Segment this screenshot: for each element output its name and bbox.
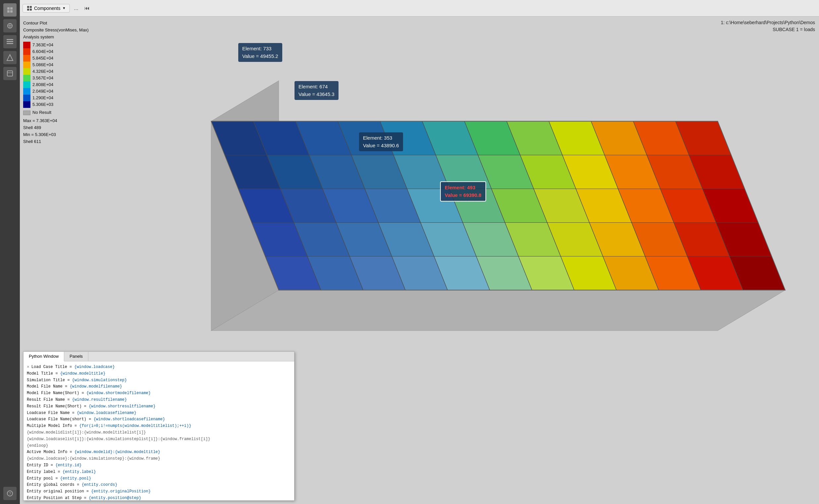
- panel-key: Active Model Info: [27, 450, 67, 454]
- color-label: 5.086E+04: [32, 62, 53, 69]
- panel-key: Entity global coords: [27, 482, 74, 487]
- panel-eq: =: [72, 424, 79, 428]
- color-row: 2.049E+04: [23, 88, 89, 95]
- svg-marker-19: [211, 290, 785, 331]
- color-row: 5.306E+03: [23, 101, 89, 108]
- color-row: 1.290E+04: [23, 95, 89, 101]
- panel-eq: =: [70, 411, 77, 415]
- panel-eq: =: [65, 378, 72, 383]
- media-button[interactable]: ⏮: [82, 4, 92, 13]
- sidebar-icon-3[interactable]: [3, 35, 17, 48]
- panel-key: Model Title: [27, 371, 53, 376]
- sidebar-icon-main[interactable]: [3, 3, 17, 17]
- components-icon: [27, 6, 32, 11]
- panel-row: {window.loadcase}:{window.simulationstep…: [27, 456, 291, 462]
- panel-row: Result File Name = {window.resultfilenam…: [27, 397, 291, 403]
- close-icon[interactable]: ✕: [27, 363, 29, 370]
- panel-row: Model File Name = {window.modelfilename}: [27, 384, 291, 390]
- panel-row: Result File Name(Short) = {window.shortr…: [27, 403, 291, 410]
- panel-val: {window.modelid}:{window.modeltitle}: [74, 450, 160, 454]
- color-label: 4.326E+04: [32, 68, 53, 75]
- panel-val: {entity.originalPosition}: [91, 489, 151, 494]
- tab-python-window[interactable]: Python Window: [23, 352, 64, 361]
- svg-rect-18: [30, 9, 32, 11]
- panel-val: {window.loadcase}: [74, 365, 114, 369]
- panel-val: {entity.position@step}: [89, 496, 141, 500]
- sidebar-icon-2[interactable]: [3, 19, 17, 32]
- color-row: 7.363E+04: [23, 42, 89, 48]
- panel-row: Multiple Model Info = {for(i=0;i!=numpts…: [27, 423, 291, 430]
- panel-key: Model File Name: [27, 384, 63, 389]
- color-label: 2.049E+04: [32, 88, 53, 95]
- panel-val: {entity.pool}: [60, 476, 91, 481]
- color-row: 3.567E+04: [23, 75, 89, 81]
- legend-stats: Max = 7.363E+04 Shell 489 Min = 5.306E+0…: [23, 117, 89, 145]
- color-swatch: [23, 68, 30, 75]
- color-swatch: [23, 95, 30, 101]
- chevron-down-icon: ▼: [62, 6, 66, 10]
- color-swatch: [23, 75, 30, 81]
- panel-eq: =: [82, 496, 89, 500]
- color-label: 5.306E+03: [32, 101, 53, 108]
- panel-key: Entity pool: [27, 476, 53, 481]
- shell-max: Shell 489: [23, 124, 89, 131]
- panel-key: Result File Name: [27, 397, 65, 402]
- color-row: 6.604E+04: [23, 48, 89, 55]
- min-label: Min = 5.306E+03: [23, 131, 89, 138]
- panel-val: {window.resultfilename}: [72, 397, 127, 402]
- color-label: 3.567E+04: [32, 75, 53, 82]
- path-line2: SUBCASE 1 = loads: [721, 26, 815, 33]
- panel-row: Simulation Title = {window.simulationste…: [27, 377, 291, 384]
- color-swatch: [23, 62, 30, 68]
- path-line1: 1: c:\Home\seberhard\Projects\Python\Dem…: [721, 19, 815, 26]
- legend-title3: Analysis system: [23, 34, 89, 41]
- color-label: 2.808E+04: [32, 81, 53, 88]
- panel-row: Active Model Info = {window.modelid}:{wi…: [27, 449, 291, 456]
- main-viewport: 1: c:\Home\seberhard\Projects\Python\Dem…: [20, 17, 819, 504]
- panel-eq: =: [63, 384, 70, 389]
- beam-svg: [76, 17, 819, 395]
- panel-eq: =: [67, 365, 74, 369]
- tab-panels[interactable]: Panels: [64, 352, 88, 361]
- svg-rect-3: [10, 10, 13, 13]
- panel-eq: =: [55, 470, 63, 474]
- svg-marker-10: [7, 55, 13, 61]
- panel-row: {window.loadcaselist[i]}:{window.simulat…: [27, 436, 291, 443]
- panel-key: Entity Position at Step: [27, 496, 82, 500]
- no-result-label: No Result: [32, 109, 51, 116]
- color-swatch: [23, 88, 30, 95]
- panel-key: Entity ID: [27, 463, 48, 468]
- color-swatch: [23, 101, 30, 108]
- color-swatch: [23, 42, 30, 48]
- sidebar-icon-bottom[interactable]: ?: [3, 487, 17, 500]
- sidebar-icon-4[interactable]: [3, 51, 17, 64]
- components-button[interactable]: Components ▼: [23, 4, 70, 13]
- color-row: 4.326E+04: [23, 68, 89, 75]
- max-label: Max = 7.363E+04: [23, 117, 89, 124]
- panel-key: Multiple Model Info: [27, 424, 72, 428]
- panel-val: {window.simulationstep}: [72, 378, 127, 383]
- panel-eq: =: [74, 482, 82, 487]
- panel-row: Entity global coords = {entity.coords}: [27, 482, 291, 488]
- panel-row: Loadcase File Name = {window.loadcasefil…: [27, 410, 291, 417]
- panel-eq: =: [86, 417, 94, 422]
- panel-val: {window.modeltitle}: [60, 371, 106, 376]
- panel-key: Entity original position: [27, 489, 84, 494]
- legend: Contour Plot Composite Stress(vonMises, …: [23, 20, 89, 145]
- svg-rect-17: [27, 9, 29, 11]
- panel-eq: =: [84, 489, 91, 494]
- color-swatch: [23, 48, 30, 55]
- python-panel: Python Window Panels ✕Load Case Title = …: [23, 351, 295, 501]
- color-label: 5.845E+04: [32, 55, 53, 62]
- no-result-swatch: [23, 111, 30, 115]
- sidebar-icon-5[interactable]: [3, 67, 17, 80]
- panel-val: {window.loadcasefilename}: [77, 411, 136, 415]
- svg-rect-7: [7, 39, 13, 40]
- ellipsis-label: ...: [74, 5, 78, 11]
- svg-rect-1: [10, 7, 13, 10]
- color-label: 1.290E+04: [32, 95, 53, 102]
- legend-title2: Composite Stress(vonMises, Max): [23, 27, 89, 34]
- panel-val: {window.shortresultfilename}: [89, 404, 156, 409]
- svg-rect-9: [7, 43, 13, 44]
- ellipsis-button[interactable]: ...: [72, 4, 80, 13]
